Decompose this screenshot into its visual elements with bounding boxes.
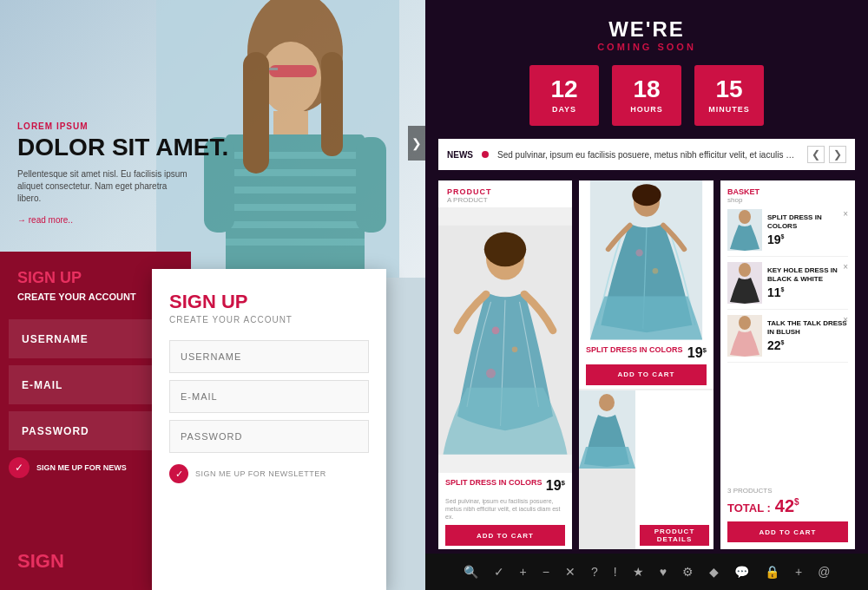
hero-label: LOREM IPSUM (17, 121, 228, 131)
basket-thumb-2 (727, 262, 762, 304)
svg-point-31 (739, 210, 751, 224)
product-name-left: SPLIT DRESS IN COLORS (445, 478, 542, 488)
svg-rect-16 (321, 52, 343, 156)
signup-bottom-label: SIGN (17, 550, 64, 573)
gear-icon[interactable]: ⚙ (682, 565, 694, 579)
basket-header: BASKET shop (727, 187, 848, 204)
at-icon[interactable]: @ (818, 565, 830, 579)
minus-icon[interactable]: − (542, 565, 549, 579)
products-area: PRODUCT A PRODUCT (425, 180, 868, 554)
basket-card: BASKET shop SPLIT DRESS IN COLORS 19$ (720, 180, 855, 549)
basket-item-price-2: 11$ (767, 285, 848, 299)
svg-rect-3 (269, 65, 317, 77)
hours-label: HOURS (630, 105, 663, 114)
svg-point-33 (739, 263, 751, 277)
lock-icon[interactable]: 🔒 (765, 565, 779, 579)
dress-svg-mid-bottom (579, 390, 635, 469)
news-dot-icon (482, 151, 489, 158)
basket-item-name-3: TALK THE TALK DRESS IN BLUSH (767, 319, 848, 336)
basket-remove-button-1[interactable]: × (843, 209, 848, 219)
product-mid-name: SPLIT DRESS IN COLORS (586, 345, 683, 355)
check-icon[interactable]: ✓ (494, 565, 504, 579)
basket-item-1: SPLIT DRESS IN COLORS 19$ × (727, 209, 848, 257)
card-newsletter-check[interactable]: ✓ (169, 464, 188, 483)
product-mid-second: PRODUCT DETAILS (579, 389, 713, 550)
basket-total-label: TOTAL : (727, 502, 771, 515)
product-mid-image (579, 180, 713, 340)
chat-icon[interactable]: 💬 (734, 565, 749, 579)
heart-icon[interactable]: ♥ (660, 565, 667, 579)
hours-number: 18 (633, 77, 660, 102)
basket-item-price-1: 19$ (767, 233, 848, 246)
countdown-row: 12 DAYS 18 HOURS 15 MINUTES (443, 65, 851, 126)
hero-title: DOLOR SIT AMET. (17, 134, 228, 161)
days-label: DAYS (552, 105, 576, 114)
basket-thumb-3 (727, 315, 762, 357)
basket-remove-button-3[interactable]: × (843, 315, 848, 324)
product-details-button[interactable]: PRODUCT DETAILS (640, 525, 709, 546)
basket-total-row: 3 PRODUCTS TOTAL : 42$ ADD TO CART (727, 483, 848, 542)
star-icon[interactable]: ★ (633, 565, 644, 579)
right-panel: WE'RE COMING SOON 12 DAYS 18 HOURS 15 MI… (425, 0, 868, 590)
email-input[interactable] (169, 380, 369, 413)
add-to-cart-button-left[interactable]: ADD TO CART (445, 525, 565, 546)
password-input[interactable] (169, 420, 369, 453)
product-mid-bottom-info: SPLIT DRESS IN COLORS 19$ ADD TO CART (579, 340, 713, 389)
svg-rect-15 (243, 52, 269, 174)
countdown-hours: 18 HOURS (612, 65, 681, 126)
news-text: Sed pulvinar, ipsum eu facilisis posuere… (497, 150, 799, 160)
question-icon[interactable]: ? (591, 565, 598, 579)
product-header-left: PRODUCT A PRODUCT (438, 180, 572, 207)
hero-section: LOREM IPSUM DOLOR SIT AMET. Pellentesque… (0, 0, 425, 278)
newsletter-check-icon[interactable]: ✓ (9, 457, 30, 478)
news-next-button[interactable]: ❯ (829, 146, 846, 163)
svg-point-35 (739, 316, 751, 330)
card-newsletter-text: SIGN ME UP FOR NEWSLETTER (195, 469, 326, 478)
svg-point-26 (635, 249, 642, 256)
product-name-row-left: SPLIT DRESS IN COLORS 19$ (445, 478, 565, 494)
diamond-icon[interactable]: ◆ (709, 565, 719, 579)
product-image-left (438, 207, 572, 473)
basket-item-info-2: KEY HOLE DRESS IN BLACK & WHITE 11$ (767, 266, 848, 298)
exclamation-icon[interactable]: ! (614, 565, 617, 579)
card-subtitle: CREATE YOUR ACCOUNT (169, 315, 369, 324)
card-newsletter-row: ✓ SIGN ME UP FOR NEWSLETTER (169, 464, 369, 483)
basket-total-display: TOTAL : 42$ (727, 496, 848, 516)
product-price-left: 19$ (546, 478, 565, 494)
countdown-days: 12 DAYS (529, 65, 599, 126)
add-icon[interactable]: + (795, 565, 802, 579)
basket-products-count: 3 PRODUCTS (727, 487, 848, 495)
read-more-link[interactable]: → read more.. (17, 215, 228, 225)
newsletter-label: SIGN ME UP FOR NEWS (36, 463, 127, 472)
slider-arrow-icon: ❯ (411, 136, 422, 150)
plus-icon[interactable]: + (520, 565, 527, 579)
product-label-left: PRODUCT (447, 187, 563, 196)
countdown-minutes: 15 MINUTES (694, 65, 764, 126)
svg-rect-10 (226, 204, 365, 211)
basket-label: BASKET (727, 187, 848, 196)
svg-point-2 (260, 42, 321, 115)
svg-point-22 (486, 369, 496, 378)
product-card-mid: SPLIT DRESS IN COLORS 19$ ADD TO CART (579, 180, 713, 549)
basket-total-price: 42$ (775, 496, 799, 516)
minutes-label: MINUTES (708, 105, 750, 114)
basket-sub: shop (727, 196, 848, 204)
news-prev-button[interactable]: ❮ (807, 146, 825, 163)
basket-add-to-cart-button[interactable]: ADD TO CART (727, 521, 848, 542)
svg-rect-11 (226, 221, 365, 228)
svg-point-19 (484, 233, 526, 267)
product-desc-left: Sed pulvinar, ipsum eu facilisis posuere… (445, 497, 565, 521)
bottom-toolbar: 🔍 ✓ + − ✕ ? ! ★ ♥ ⚙ ◆ 💬 🔒 + @ (425, 554, 868, 590)
search-icon[interactable]: 🔍 (464, 565, 478, 579)
hero-subtitle: Pellentesque sit amet nisl. Eu facilisis… (17, 168, 191, 205)
basket-remove-button-2[interactable]: × (843, 262, 848, 272)
basket-thumb-1 (727, 209, 762, 251)
news-label: NEWS (447, 150, 473, 160)
product-card-left: PRODUCT A PRODUCT (438, 180, 572, 549)
slider-arrow-button[interactable]: ❯ (408, 126, 425, 161)
basket-item-3: TALK THE TALK DRESS IN BLUSH 22$ × (727, 315, 848, 363)
username-input[interactable] (169, 340, 369, 373)
coming-soon-text: COMING SOON (443, 42, 851, 52)
add-to-cart-button-mid[interactable]: ADD TO CART (586, 364, 707, 385)
close-icon[interactable]: ✕ (565, 565, 575, 579)
